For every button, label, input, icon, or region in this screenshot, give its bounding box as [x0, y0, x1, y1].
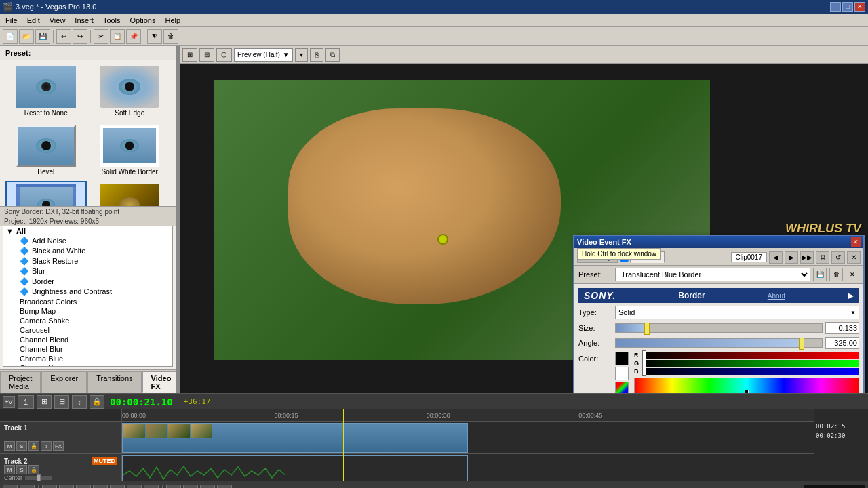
- tree-item-add-noise[interactable]: 🔷 Add Noise: [3, 236, 172, 246]
- vfx-expand-btn[interactable]: ▶: [848, 291, 854, 300]
- vfx-border-checkbox[interactable]: [620, 253, 629, 262]
- tree-item-channel-blend[interactable]: Channel Blend: [3, 335, 172, 344]
- vfx-about-link[interactable]: About: [768, 292, 785, 300]
- minimize-button[interactable]: ─: [830, 2, 841, 12]
- preview-btn2[interactable]: ▾: [295, 48, 308, 62]
- color-swatch-black[interactable]: [615, 352, 629, 365]
- g-slider[interactable]: [642, 360, 859, 367]
- track-1-mute[interactable]: M: [4, 441, 15, 451]
- vol-thumb[interactable]: [37, 474, 41, 481]
- close-button[interactable]: ✕: [854, 2, 865, 12]
- track-1-solo[interactable]: S: [16, 441, 27, 451]
- tree-item-chroma-blue[interactable]: Chroma Blue: [3, 354, 172, 363]
- vfx-nav-next[interactable]: ▶▶: [800, 251, 814, 264]
- timeline-content[interactable]: 00:00:00 00:00:15 00:00:30 00:00:45: [122, 409, 814, 481]
- tree-item-brightness[interactable]: 🔷 Brightness and Contrast: [3, 287, 172, 297]
- tree-root[interactable]: ▼ All: [3, 226, 172, 236]
- next-frame[interactable]: ▶▶: [127, 485, 142, 489]
- preview-size-dropdown[interactable]: Preview (Half) ▼: [234, 48, 293, 62]
- menu-tools[interactable]: Tools: [99, 15, 125, 26]
- trim-prev[interactable]: ◄|: [200, 485, 215, 489]
- type-select[interactable]: Solid ▼: [615, 306, 859, 319]
- size-slider-thumb[interactable]: [644, 323, 650, 335]
- video-clip[interactable]: [122, 423, 468, 453]
- menu-view[interactable]: View: [45, 15, 70, 26]
- in-point[interactable]: [: [166, 485, 181, 489]
- vfx-settings-btn[interactable]: ⚙: [816, 251, 829, 264]
- b-thumb[interactable]: [642, 367, 646, 376]
- rewind-btn[interactable]: ⏮: [42, 485, 57, 489]
- preset-translucent-blue[interactable]: Translucent BlueBorder: [5, 181, 87, 206]
- preset-solid-white-border[interactable]: Solid White Border: [90, 122, 171, 178]
- redo-btn[interactable]: ↪: [73, 29, 87, 44]
- angle-slider[interactable]: [615, 338, 823, 348]
- tree-item-chroma-keyer[interactable]: Chroma Keyer: [3, 363, 172, 367]
- color-gradient-bar[interactable]: [634, 378, 859, 393]
- new-btn[interactable]: 📄: [3, 29, 18, 44]
- vfx-close-btn[interactable]: ✕: [851, 237, 861, 247]
- track-1-btn[interactable]: 1: [18, 395, 34, 409]
- audio-clip[interactable]: [122, 455, 468, 481]
- menu-options[interactable]: Options: [126, 15, 160, 26]
- vfx-tab-border[interactable]: Border: [630, 251, 665, 263]
- tab-transitions[interactable]: Transitions: [87, 371, 141, 393]
- vfx-preset-save[interactable]: 💾: [813, 268, 827, 281]
- track-2-lock[interactable]: 🔒: [28, 465, 39, 474]
- save-btn[interactable]: 💾: [35, 29, 50, 44]
- tree-item-blur[interactable]: 🔷 Blur: [3, 266, 172, 277]
- tree-item-camera-shake[interactable]: Camera Shake: [3, 316, 172, 325]
- vfx-remove-btn[interactable]: ✕: [847, 251, 861, 264]
- stop-btn[interactable]: ⏹: [110, 485, 125, 489]
- paste-btn[interactable]: 📌: [126, 29, 141, 44]
- track-1-motion[interactable]: ↕: [41, 441, 52, 451]
- copy-btn[interactable]: 📋: [110, 29, 125, 44]
- track-ctl2[interactable]: ⊟: [54, 395, 69, 409]
- color-swatch-white[interactable]: [615, 367, 629, 380]
- track-1-lock[interactable]: 🔒: [28, 441, 39, 451]
- play-btn[interactable]: ▶: [76, 485, 91, 489]
- snap-btn[interactable]: ⊞: [182, 48, 197, 62]
- volume-slider[interactable]: [25, 476, 52, 480]
- b-slider[interactable]: [642, 368, 859, 375]
- tree-item-bump[interactable]: Bump Map: [3, 306, 172, 316]
- maximize-button[interactable]: □: [842, 2, 853, 12]
- vfx-reset-btn[interactable]: ↺: [831, 251, 845, 264]
- size-slider[interactable]: [615, 323, 823, 333]
- open-btn[interactable]: 📂: [19, 29, 34, 44]
- angle-slider-thumb[interactable]: [799, 338, 804, 350]
- safe-area-btn[interactable]: ⊟: [199, 48, 214, 62]
- vfx-preset-delete[interactable]: 🗑: [829, 268, 843, 281]
- menu-edit[interactable]: Edit: [23, 15, 44, 26]
- tree-item-channel-blur[interactable]: Channel Blur: [3, 344, 172, 354]
- add-video-track[interactable]: +V: [3, 396, 15, 408]
- fx-tree-list[interactable]: ▼ All 🔷 Add Noise 🔷 Black and White 🔷 Bl…: [3, 226, 173, 367]
- preview-copy-btn[interactable]: ⎘: [310, 48, 323, 62]
- vfx-nav-play[interactable]: ▶: [785, 251, 798, 264]
- tab-project-media[interactable]: Project Media: [0, 371, 41, 393]
- out-point[interactable]: ]: [183, 485, 198, 489]
- track-2-mute[interactable]: M: [4, 465, 15, 474]
- gradient-thumb[interactable]: [745, 390, 749, 393]
- overlays-btn[interactable]: ⬡: [216, 48, 232, 62]
- vfx-nav-prev[interactable]: ◀: [769, 251, 783, 264]
- preview-ext-btn[interactable]: ⧉: [326, 48, 340, 62]
- vfx-preset-x[interactable]: ✕: [846, 268, 859, 281]
- preset-pyramid[interactable]: Pyramid: [90, 181, 171, 206]
- vfx-preset-select[interactable]: Reset to None Soft Edge Bevel Solid Whit…: [615, 268, 810, 281]
- track-ctl4[interactable]: 🔒: [90, 395, 104, 409]
- tree-item-broadcast[interactable]: Broadcast Colors: [3, 297, 172, 306]
- vfx-tab-pan-crop[interactable]: Pan/Crop: [577, 251, 618, 263]
- fast-fwd[interactable]: ⏭: [144, 485, 159, 489]
- split-btn[interactable]: ⧨: [147, 29, 162, 44]
- r-slider[interactable]: [642, 352, 859, 359]
- record-btn[interactable]: ⏺: [20, 485, 35, 489]
- menu-insert[interactable]: Insert: [71, 15, 98, 26]
- track-ctl3[interactable]: ↕: [72, 395, 87, 409]
- prev-frame[interactable]: ◀◀: [59, 485, 74, 489]
- menu-help[interactable]: Help: [161, 15, 184, 26]
- track-1-fx[interactable]: FX: [53, 441, 64, 451]
- tab-explorer[interactable]: Explorer: [41, 371, 87, 393]
- cut-btn[interactable]: ✂: [94, 29, 108, 44]
- trim-next[interactable]: |►: [217, 485, 232, 489]
- menu-file[interactable]: File: [1, 15, 22, 26]
